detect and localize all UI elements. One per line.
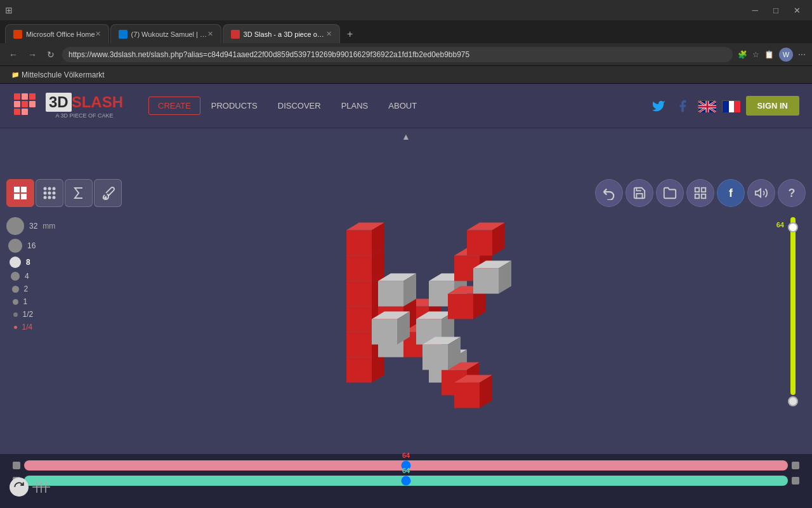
scroll-up-chevron[interactable]: ▲	[402, 131, 410, 142]
svg-rect-9	[723, 101, 729, 112]
browser-tab-2[interactable]: (7) Wukoutz Samuel | Microsoft ... ✕	[110, 24, 221, 43]
rotate-button[interactable]	[10, 478, 29, 497]
sigma-tool-button[interactable]	[65, 179, 93, 207]
more-options-icon[interactable]: ⋯	[798, 50, 806, 59]
select-tool-button[interactable]	[6, 179, 34, 207]
teal-slider-value: 64	[402, 467, 410, 474]
size-item-4[interactable]: 4	[6, 272, 55, 281]
header-right: SIGN IN	[650, 96, 799, 116]
vertical-slider[interactable]: 64	[787, 217, 799, 406]
tab-label-2: (7) Wukoutz Samuel | Microsoft ...	[131, 30, 207, 38]
size-item-quarter[interactable]: 1/4	[6, 323, 55, 331]
browser-tab-3[interactable]: 3D Slash - a 3D piece of cake ✕	[223, 24, 340, 43]
bookmark-1[interactable]: 📁 Mittelschule Völkermarkt	[6, 69, 110, 81]
windows-icon: ⊞	[5, 5, 13, 15]
pink-slider-value: 64	[402, 451, 410, 459]
svg-rect-25	[695, 188, 699, 192]
svg-rect-10	[729, 101, 734, 112]
svg-rect-14	[14, 194, 20, 199]
nav-discover[interactable]: DISCOVER	[268, 97, 331, 115]
sign-in-button[interactable]: SIGN IN	[746, 96, 799, 116]
facebook-share-button[interactable]: f	[717, 179, 745, 207]
tab-icon-2	[119, 30, 128, 39]
size-item-2[interactable]: 2	[6, 284, 55, 293]
svg-point-19	[44, 192, 47, 195]
svg-marker-81	[372, 319, 397, 345]
nav-create[interactable]: CREATE	[148, 97, 200, 115]
size-item-8[interactable]: 8	[6, 257, 55, 268]
svg-marker-39	[346, 281, 372, 307]
svg-marker-45	[346, 231, 372, 256]
size-label-1: 1	[23, 297, 28, 306]
tab-icon-3	[231, 30, 240, 39]
svg-marker-42	[346, 256, 372, 281]
size-item-32[interactable]: 32 mm	[6, 217, 55, 235]
collections-icon[interactable]: 📋	[764, 50, 774, 59]
size-circle-32	[6, 217, 24, 235]
svg-point-24	[53, 196, 56, 199]
browser-tab-1[interactable]: Microsoft Office Home ✕	[5, 24, 109, 43]
refresh-button[interactable]: ↻	[44, 48, 57, 61]
tab-close-2[interactable]: ✕	[207, 30, 213, 38]
twitter-icon[interactable]	[650, 97, 667, 115]
profile-avatar[interactable]: W	[779, 48, 793, 62]
svg-rect-7	[22, 109, 28, 115]
svg-rect-27	[695, 194, 699, 198]
back-button[interactable]: ←	[6, 48, 20, 61]
svg-rect-28	[702, 194, 705, 198]
size-item-1[interactable]: 1	[6, 297, 55, 306]
flag-fr[interactable]	[722, 100, 740, 112]
svg-marker-66	[378, 281, 403, 307]
flag-uk[interactable]	[698, 100, 716, 112]
size-label-4: 4	[25, 272, 29, 281]
new-tab-button[interactable]: +	[341, 25, 359, 43]
svg-marker-78	[454, 383, 480, 408]
size-label-16: 16	[27, 241, 36, 250]
size-label-2: 2	[24, 284, 29, 293]
help-button[interactable]: ?	[778, 179, 806, 207]
tab-label-3: 3D Slash - a 3D piece of cake	[244, 30, 326, 38]
size-item-16[interactable]: 16	[6, 239, 55, 253]
svg-rect-5	[29, 101, 36, 107]
size-circle-8	[10, 257, 21, 268]
undo-button[interactable]	[595, 179, 623, 207]
facebook-header-icon[interactable]	[674, 97, 691, 115]
maximize-button[interactable]: □	[767, 3, 785, 18]
svg-point-23	[48, 196, 51, 199]
favorites-icon[interactable]: ☆	[752, 50, 759, 59]
size-circle-quarter	[14, 326, 17, 329]
dots-tool-button[interactable]	[36, 179, 63, 207]
extensions-icon[interactable]: 🧩	[738, 50, 747, 59]
bookmark-label: Mittelschule Völkermarkt	[22, 70, 105, 79]
minimize-button[interactable]: ─	[745, 3, 764, 18]
svg-rect-2	[14, 101, 20, 107]
teal-slider-row: 64	[13, 476, 799, 486]
svg-rect-12	[14, 187, 20, 192]
logo[interactable]: 3D SLASH A 3D PIECE OF CAKE	[13, 92, 123, 120]
grid-view-button[interactable]	[686, 179, 714, 207]
size-item-half[interactable]: 1/2	[6, 310, 55, 319]
sound-button[interactable]	[747, 179, 775, 207]
tab-close-3[interactable]: ✕	[326, 30, 332, 38]
nav-about[interactable]: ABOUT	[379, 97, 426, 115]
size-circle-half	[13, 312, 18, 317]
size-selector: 32 mm 16 8 4 2	[6, 217, 55, 331]
nav-plans[interactable]: PLANS	[332, 97, 378, 115]
tab-label-1: Microsoft Office Home	[26, 30, 95, 38]
teal-slider[interactable]	[24, 476, 788, 486]
close-button[interactable]: ✕	[787, 3, 807, 18]
size-circle-16	[8, 239, 22, 253]
brush-tool-button[interactable]	[94, 179, 122, 207]
3d-model	[315, 180, 518, 446]
svg-point-16	[44, 187, 47, 190]
nav-products[interactable]: PRODUCTS	[202, 97, 267, 115]
vertical-slider-thumb[interactable]	[788, 222, 798, 232]
address-input[interactable]	[62, 47, 733, 62]
save-button[interactable]	[625, 179, 653, 207]
main-nav: CREATE PRODUCTS DISCOVER PLANS ABOUT	[148, 97, 426, 115]
folder-button[interactable]	[656, 179, 684, 207]
tab-close-1[interactable]: ✕	[95, 30, 101, 38]
forward-button[interactable]: →	[25, 48, 39, 61]
vertical-slider-bottom-thumb[interactable]	[788, 396, 798, 406]
svg-marker-30	[346, 358, 372, 383]
